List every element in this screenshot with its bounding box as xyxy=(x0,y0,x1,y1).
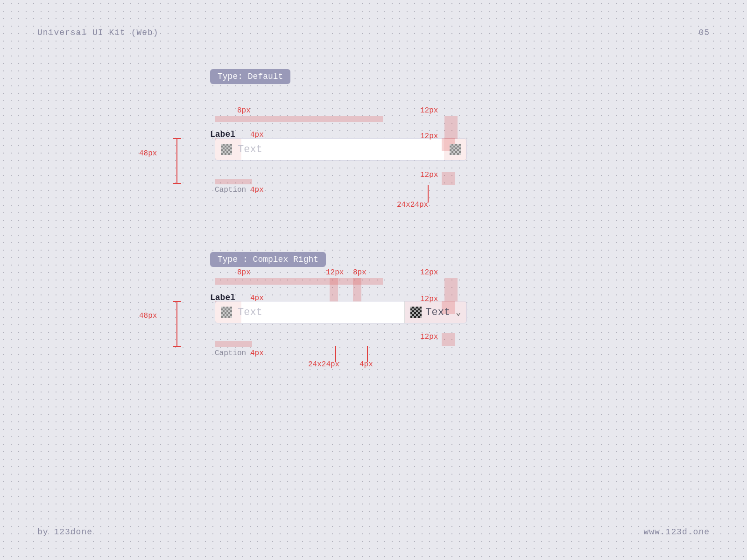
right-outer-hl-2 xyxy=(444,278,458,301)
bracket-v-2 xyxy=(176,301,177,346)
measurement-4px-gap-2: 4px xyxy=(359,360,373,369)
measurement-4px-bot-2: 4px xyxy=(250,349,264,357)
right-icon-1 xyxy=(450,144,461,155)
field-caption-2: Caption xyxy=(215,349,246,357)
icon-size-line-1 xyxy=(428,185,429,203)
type-complex-badge: Type : Complex Right xyxy=(210,252,326,267)
footer-website: www.123d.one xyxy=(643,527,710,537)
bracket-v-1 xyxy=(176,138,177,183)
icon-size-line-2 xyxy=(335,346,336,362)
measurement-12px-inner-bot-1: 12px xyxy=(420,171,438,179)
measurement-48px-2: 48px xyxy=(139,312,157,320)
left-icon-1 xyxy=(221,144,232,155)
measurement-12px-inner-top-1: 12px xyxy=(420,132,438,140)
right-inner-bot-hl-1 xyxy=(442,172,455,185)
inner-bot-hl-1 xyxy=(215,179,252,184)
measurement-12px-inner-bot-2: 12px xyxy=(420,333,438,341)
measurement-12px-top-2: 12px xyxy=(326,268,344,277)
measurement-12px-outer-2: 12px xyxy=(420,268,438,277)
measurement-48px-1: 48px xyxy=(139,149,157,158)
top-highlight-1 xyxy=(215,116,383,122)
bracket-top-1 xyxy=(173,138,181,139)
inner-bot-hl-2 xyxy=(215,341,252,347)
chevron-icon-2: ⌄ xyxy=(456,307,461,317)
input-field-2[interactable]: Text Text ⌄ xyxy=(215,301,467,323)
measurement-4px-bot-1: 4px xyxy=(250,186,264,194)
measurement-8px-top-r-2: 8px xyxy=(353,268,366,277)
gap1-highlight xyxy=(330,278,338,301)
right-icon-2 xyxy=(410,307,422,318)
page-title: Universal UI Kit (Web) xyxy=(37,28,159,37)
measurement-12px-inner-top-2: 12px xyxy=(420,295,438,303)
field-caption-1: Caption xyxy=(215,186,246,194)
right-text-2: Text xyxy=(425,307,450,318)
field-label-1: Label xyxy=(210,130,235,139)
left-icon-2 xyxy=(221,307,232,318)
measurement-icon-size-1: 24x24px xyxy=(397,201,428,209)
right-top-highlight-1 xyxy=(444,116,458,139)
page-number: 05 xyxy=(698,28,710,37)
type-default-badge: Type: Default xyxy=(210,69,290,84)
measurement-12px-top-r-1: 12px xyxy=(420,106,438,115)
measurement-8px-top-1: 8px xyxy=(237,106,251,115)
measurement-8px-top-2: 8px xyxy=(237,268,251,277)
bracket-top-2 xyxy=(173,301,181,302)
bracket-bot-1 xyxy=(173,183,181,184)
input-field-1[interactable]: Text xyxy=(215,138,467,161)
footer-author: by 123done xyxy=(37,527,92,537)
right-inner-bot-hl-2 xyxy=(442,333,455,346)
gap2-highlight xyxy=(353,278,361,301)
input-placeholder-1: Text xyxy=(238,144,262,155)
gap-line-2 xyxy=(367,346,368,362)
bracket-bot-2 xyxy=(173,346,181,347)
